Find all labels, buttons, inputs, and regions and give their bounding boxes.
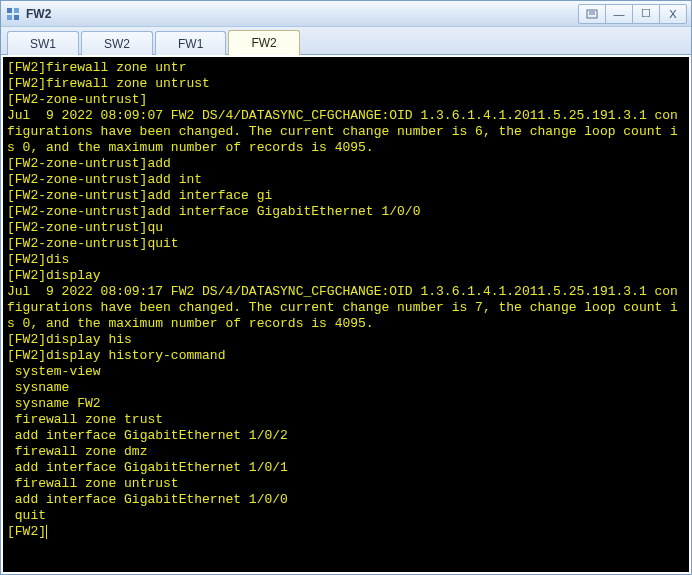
svg-rect-2 bbox=[7, 15, 12, 20]
titlebar[interactable]: FW2 — ☐ X bbox=[1, 1, 691, 27]
svg-rect-1 bbox=[14, 8, 19, 13]
terminal-line: firewall zone dmz bbox=[7, 444, 685, 460]
terminal-line: firewall zone untrust bbox=[7, 476, 685, 492]
maximize-button[interactable]: ☐ bbox=[632, 4, 660, 24]
terminal-line: [FW2-zone-untrust]add interface GigabitE… bbox=[7, 204, 685, 220]
minimize-button[interactable]: — bbox=[605, 4, 633, 24]
svg-rect-0 bbox=[7, 8, 12, 13]
tab-fw2[interactable]: FW2 bbox=[228, 30, 299, 55]
tab-sw2[interactable]: SW2 bbox=[81, 31, 153, 55]
extra-button[interactable] bbox=[578, 4, 606, 24]
terminal-line: quit bbox=[7, 508, 685, 524]
terminal-line: [FW2]display his bbox=[7, 332, 685, 348]
tab-bar: SW1 SW2 FW1 FW2 bbox=[1, 27, 691, 55]
terminal-line: [FW2]firewall zone untrust bbox=[7, 76, 685, 92]
terminal-container: [FW2]firewall zone untr[FW2]firewall zon… bbox=[1, 55, 691, 574]
terminal-line: [FW2-zone-untrust]add bbox=[7, 156, 685, 172]
window-title: FW2 bbox=[26, 7, 579, 21]
terminal-line: [FW2]firewall zone untr bbox=[7, 60, 685, 76]
terminal-line: sysname FW2 bbox=[7, 396, 685, 412]
terminal-line: [FW2]display history-command bbox=[7, 348, 685, 364]
terminal-line: [FW2-zone-untrust]add interface gi bbox=[7, 188, 685, 204]
svg-rect-3 bbox=[14, 15, 19, 20]
terminal-line: add interface GigabitEthernet 1/0/0 bbox=[7, 492, 685, 508]
terminal-line: [FW2]display bbox=[7, 268, 685, 284]
tab-sw1[interactable]: SW1 bbox=[7, 31, 79, 55]
terminal-line: Jul 9 2022 08:09:07 FW2 DS/4/DATASYNC_CF… bbox=[7, 108, 685, 156]
terminal-line: [FW2-zone-untrust]add int bbox=[7, 172, 685, 188]
terminal-line: add interface GigabitEthernet 1/0/1 bbox=[7, 460, 685, 476]
terminal-line: [FW2-zone-untrust]quit bbox=[7, 236, 685, 252]
terminal-line: [FW2-zone-untrust]qu bbox=[7, 220, 685, 236]
terminal-line: system-view bbox=[7, 364, 685, 380]
terminal-line: firewall zone trust bbox=[7, 412, 685, 428]
tab-fw1[interactable]: FW1 bbox=[155, 31, 226, 55]
terminal-line: add interface GigabitEthernet 1/0/2 bbox=[7, 428, 685, 444]
app-window: FW2 — ☐ X SW1 SW2 FW1 FW2 [FW2]firewall … bbox=[0, 0, 692, 575]
app-icon bbox=[5, 6, 21, 22]
terminal-line: [FW2]dis bbox=[7, 252, 685, 268]
terminal-line: sysname bbox=[7, 380, 685, 396]
close-button[interactable]: X bbox=[659, 4, 687, 24]
terminal-line: [FW2-zone-untrust] bbox=[7, 92, 685, 108]
terminal-line: Jul 9 2022 08:09:17 FW2 DS/4/DATASYNC_CF… bbox=[7, 284, 685, 332]
terminal-cursor bbox=[46, 525, 47, 539]
terminal[interactable]: [FW2]firewall zone untr[FW2]firewall zon… bbox=[3, 57, 689, 572]
terminal-line: [FW2] bbox=[7, 524, 685, 540]
window-controls: — ☐ X bbox=[579, 4, 687, 24]
